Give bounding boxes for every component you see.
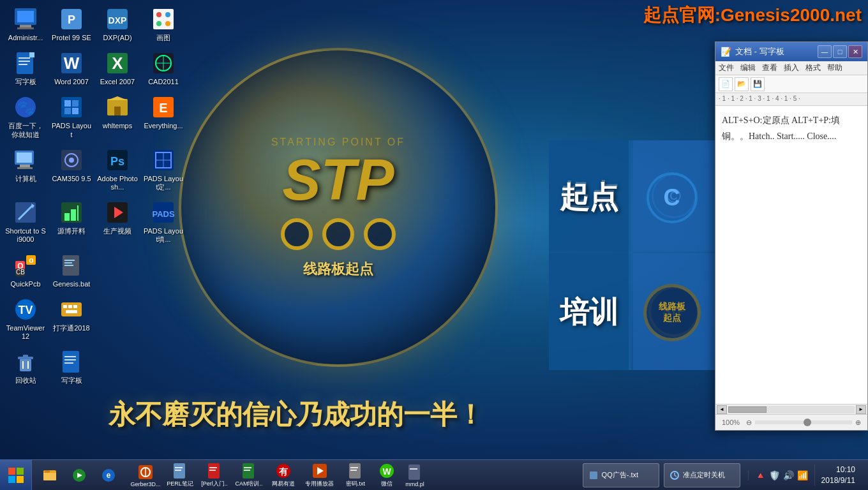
svg-point-11	[156, 21, 161, 26]
svg-point-9	[156, 12, 161, 17]
icon-typing[interactable]: 打字通2018	[49, 293, 94, 344]
svg-rect-16	[19, 64, 27, 65]
notepad-titlebar: 📝 文档 - 写字板 — □ ✕	[715, 42, 867, 61]
svg-text:P: P	[68, 13, 75, 26]
icon-whltemps[interactable]: whltemps	[95, 91, 140, 142]
icon-administrator[interactable]: Administr...	[3, 3, 48, 45]
icon-paint[interactable]: 画图	[141, 3, 186, 45]
icon-wordpad[interactable]: 写字板	[3, 47, 48, 89]
save-button[interactable]: 💾	[751, 77, 765, 91]
taskbar-youdao[interactable]: 有 网易有道	[267, 462, 299, 489]
svg-rect-35	[114, 107, 121, 115]
icon-teamviewer[interactable]: TV TeamViewer 12	[3, 293, 48, 344]
icon-everything[interactable]: E Everything...	[141, 91, 186, 142]
quick-launch: e	[32, 460, 126, 491]
tray-antivirus-icon[interactable]: 🔺	[755, 470, 766, 480]
notepad-content[interactable]: ALT+S+O:定原点 ALT+T+P:填铜。。Hatch.. Start...…	[715, 106, 867, 404]
svg-text:o: o	[29, 256, 33, 265]
maximize-button[interactable]: □	[833, 45, 847, 58]
svg-text:PADS: PADS	[152, 209, 174, 219]
open-button[interactable]: 📂	[735, 77, 749, 91]
tray-shield-icon[interactable]: 🛡️	[769, 470, 780, 480]
tray-volume-icon[interactable]: 🔊	[783, 470, 794, 480]
taskbar-ie[interactable]: e	[95, 462, 122, 489]
svg-line-125	[675, 475, 677, 477]
tile-logo-bottom: 线路板起点	[629, 255, 715, 370]
icon-cam350[interactable]: CAM350 9.5	[49, 144, 94, 195]
icon-recycle-bin[interactable]: 回收站	[3, 346, 48, 388]
tray-icons: 🔺 🛡️ 🔊 📶	[748, 470, 814, 480]
svg-rect-29	[64, 100, 71, 107]
svg-rect-84	[63, 351, 79, 373]
icon-baidu[interactable]: 🐾 百度一下，你就知道	[3, 91, 48, 142]
icon-pads-layout[interactable]: PADS Layout	[49, 91, 94, 142]
motivational-text: 永不磨灭的信心乃成功的一半！	[108, 397, 625, 433]
svg-rect-110	[244, 470, 250, 471]
svg-point-12	[165, 21, 170, 26]
taskbar-qq-ad[interactable]: QQ广告-.txt	[583, 463, 659, 487]
icon-shengchan[interactable]: 生产视频	[95, 197, 140, 247]
taskbar-perl-book[interactable]: [Perl入门..	[198, 462, 230, 489]
taskbar-mmd[interactable]: mmd.pl	[402, 462, 428, 489]
taskbar-timer[interactable]: 准点定时关机	[664, 463, 740, 487]
taskbar-password[interactable]: 密码.txt	[340, 462, 371, 489]
icon-cad2011[interactable]: CAD2011	[141, 47, 186, 89]
icon-excel2007[interactable]: X Excel 2007	[95, 47, 140, 89]
taskbar-media[interactable]	[66, 462, 93, 489]
taskbar-explorer[interactable]	[36, 462, 63, 489]
notepad-window: 📝 文档 - 写字板 — □ ✕ 文件 编辑 查看 插入 格式 帮助 📄 📂 💾…	[715, 41, 868, 431]
icon-shortcut-si9000[interactable]: Shortcut to Si9000	[3, 197, 48, 247]
zoom-slider[interactable]	[755, 420, 852, 424]
svg-rect-75	[63, 305, 67, 308]
svg-rect-90	[8, 476, 15, 483]
icon-protel99[interactable]: P Protel 99 SE	[49, 3, 94, 45]
icon-pads-layout2[interactable]: PADS Layout定...	[141, 144, 186, 195]
svg-rect-8	[153, 9, 174, 29]
icon-pads-layout3[interactable]: PADS PADS Layout填...	[141, 197, 186, 247]
minimize-button[interactable]: —	[818, 45, 832, 58]
taskbar-running-items: Gerber3D... PERL笔记 [Perl入门.. CAM培训.. 有 网…	[126, 462, 581, 489]
tray-network-icon[interactable]: 📶	[797, 470, 808, 480]
system-clock[interactable]: 10:10 2018/9/11	[814, 464, 862, 486]
svg-point-10	[165, 12, 170, 17]
svg-rect-109	[244, 467, 251, 468]
start-button[interactable]	[0, 460, 32, 491]
svg-text:🐾: 🐾	[17, 99, 35, 116]
genesis-watermark: 起点官网:Genesis2000.net	[643, 3, 862, 27]
system-tray: 🔺 🛡️ 🔊 📶 10:10 2018/9/11	[742, 460, 868, 491]
notepad-title: 文档 - 写字板	[735, 46, 816, 57]
notepad-statusbar: 100% ⊖ ⊕	[715, 414, 867, 430]
taskbar-cam-train[interactable]: CAM培训..	[233, 462, 265, 489]
notepad-menubar: 文件 编辑 查看 插入 格式 帮助	[715, 61, 867, 75]
icon-genesis-bat[interactable]: Genesis.bat	[49, 249, 94, 292]
svg-rect-77	[73, 305, 77, 308]
svg-rect-89	[17, 468, 24, 475]
icon-quickpcb[interactable]: QoCB QuickPcb	[3, 249, 48, 292]
svg-rect-69	[64, 260, 75, 261]
svg-rect-104	[175, 470, 181, 471]
svg-text:W: W	[64, 54, 80, 73]
icon-word2007[interactable]: W Word 2007	[49, 47, 94, 89]
svg-rect-70	[64, 262, 72, 264]
svg-rect-31	[64, 108, 71, 114]
icon-photoshop[interactable]: Ps Adobe Photosh...	[95, 144, 140, 195]
icon-yuanbo[interactable]: 源博开料	[49, 197, 94, 247]
close-button[interactable]: ✕	[848, 45, 862, 58]
svg-rect-1	[17, 11, 34, 22]
icon-computer[interactable]: 计算机	[3, 144, 48, 195]
new-button[interactable]: 📄	[719, 77, 733, 91]
tile-qidian-label[interactable]: 起点	[549, 140, 629, 255]
svg-rect-32	[72, 108, 79, 114]
notepad-hscroll[interactable]: ◄ ►	[715, 404, 867, 414]
icon-wordpad2[interactable]: 写字板	[49, 346, 94, 388]
taskbar-wechat[interactable]: W 微信	[374, 462, 400, 489]
svg-rect-121	[410, 468, 417, 470]
svg-rect-28	[61, 97, 82, 117]
taskbar-perl-notes[interactable]: PERL笔记	[164, 462, 196, 489]
tile-logo-top: C	[629, 140, 715, 255]
taskbar-player[interactable]: 专用播放器	[302, 462, 337, 489]
svg-marker-17	[29, 52, 34, 57]
taskbar-gerber[interactable]: Gerber3D...	[130, 462, 161, 489]
tile-peixun-label[interactable]: 培训	[549, 255, 629, 370]
icon-dxp[interactable]: DXP DXP(AD)	[95, 3, 140, 45]
